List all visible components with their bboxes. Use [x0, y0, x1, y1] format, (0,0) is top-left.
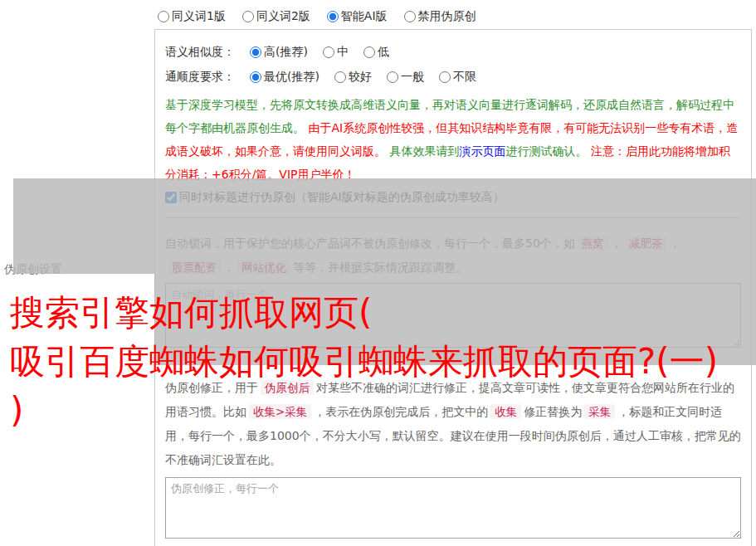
radio-smart-ai-label: 智能AI版 [341, 9, 388, 24]
radio-fluency-normal-input[interactable] [387, 71, 398, 83]
radio-fluency-best-label: 最优(推荐) [264, 70, 319, 85]
title-pseudo-checkbox-input[interactable] [165, 192, 177, 203]
settings-content: 同义词1版 同义词2版 智能AI版 禁用伪原创 语义相似度： [154, 0, 752, 546]
radio-similarity-mid-input[interactable] [323, 46, 334, 58]
corrections-text-4: 修正替换为 [524, 405, 582, 418]
corrections-text-1: 伪原创修正，用于 [165, 381, 258, 394]
similarity-label: 语义相似度： [165, 45, 235, 60]
radio-synonym-v2[interactable]: 同义词2版 [242, 9, 310, 24]
lock-words-comma-2: ， [669, 236, 680, 250]
keyword-tag: 股票配资 [168, 260, 221, 275]
radio-fluency-good-label: 较好 [349, 70, 372, 85]
radio-similarity-high-label: 高(推荐) [264, 45, 308, 60]
radio-similarity-mid-label: 中 [337, 45, 349, 60]
radio-smart-ai-input[interactable] [327, 11, 339, 22]
fluency-row: 通顺度要求： 最优(推荐) 较好 一般 不限 [165, 65, 741, 90]
keyword-tag: 收集 [490, 404, 521, 419]
corrections-text-3: ，表示在伪原创完成后，把文中的 [314, 405, 488, 418]
radio-synonym-v1-input[interactable] [158, 11, 169, 22]
radio-disable-pseudo[interactable]: 禁用伪原创 [404, 9, 476, 24]
radio-similarity-high-input[interactable] [250, 46, 261, 58]
corrections-textarea[interactable] [165, 477, 741, 539]
title-pseudo-row: 同时对标题进行伪原创（智能AI版对标题的伪原创成功率较高） [165, 188, 741, 207]
radio-fluency-any[interactable]: 不限 [439, 70, 476, 85]
radio-similarity-mid[interactable]: 中 [323, 45, 349, 60]
ai-desc-green-3: 进行测试确认。 [505, 144, 587, 158]
lock-words-text-2: 等等，并根据实际情况跟踪调整。 [293, 261, 467, 274]
fluency-label: 通顺度要求： [165, 70, 235, 85]
radio-synonym-v2-label: 同义词2版 [256, 9, 310, 24]
radio-fluency-any-input[interactable] [439, 71, 451, 83]
radio-disable-pseudo-label: 禁用伪原创 [418, 9, 476, 24]
similarity-row: 语义相似度： 高(推荐) 中 低 [165, 40, 741, 65]
keyword-tag: 伪原创后 [261, 380, 314, 395]
radio-synonym-v1-label: 同义词1版 [172, 9, 226, 24]
keyword-tag: 收集>采集 [249, 404, 311, 419]
radio-fluency-any-label: 不限 [453, 70, 476, 85]
radio-disable-pseudo-input[interactable] [404, 11, 416, 22]
radio-synonym-v2-input[interactable] [242, 11, 254, 22]
ai-description: 基于深度学习模型，先将原文转换成高维语义向量，再对语义向量进行逐词解码，还原成自… [165, 93, 741, 186]
radio-fluency-best-input[interactable] [250, 71, 261, 83]
lock-words-comma-3: ， [223, 261, 235, 274]
ai-desc-green-2: 具体效果请到 [386, 144, 459, 158]
radio-fluency-good-input[interactable] [334, 71, 346, 83]
corrections-description: 伪原创修正，用于伪原创后对某些不准确的词汇进行修正，提高文章可读性，使文章更符合… [165, 376, 741, 472]
radio-similarity-high[interactable]: 高(推荐) [250, 45, 308, 60]
demo-page-link[interactable]: 演示页面 [459, 144, 505, 158]
radio-fluency-best[interactable]: 最优(推荐) [250, 70, 319, 85]
radio-synonym-v1[interactable]: 同义词1版 [158, 9, 226, 24]
row-label-pseudo-original-settings: 伪原创设置 [4, 262, 62, 277]
keyword-tag: 网站优化 [237, 260, 290, 275]
keyword-tag: 减肥茶 [625, 236, 667, 251]
section-divider [165, 217, 741, 218]
keyword-tag: 采集 [584, 404, 615, 419]
ai-settings-panel: 语义相似度： 高(推荐) 中 低 通顺度要求： [154, 29, 752, 546]
lock-words-comma-1: ， [611, 236, 622, 250]
pseudo-original-settings-form: 伪原创设置 同义词1版 同义词2版 智能AI版 禁用伪原创 [0, 0, 756, 546]
radio-fluency-normal[interactable]: 一般 [387, 70, 424, 85]
keyword-tag: 燕窝 [578, 236, 608, 251]
title-pseudo-checkbox-label: 同时对标题进行伪原创（智能AI版对标题的伪原创成功率较高） [179, 190, 505, 205]
mode-radio-row: 同义词1版 同义词2版 智能AI版 禁用伪原创 [154, 0, 752, 27]
lock-words-textarea[interactable] [165, 283, 741, 348]
radio-fluency-normal-label: 一般 [401, 70, 424, 85]
radio-fluency-good[interactable]: 较好 [334, 70, 372, 85]
radio-similarity-low[interactable]: 低 [363, 45, 389, 60]
lock-words-text-1: 自动锁词，用于保护您的核心产品词不被伪原创修改，每行一个，最多50个，如 [165, 236, 575, 250]
radio-similarity-low-label: 低 [378, 45, 389, 60]
radio-similarity-low-input[interactable] [363, 46, 375, 58]
radio-smart-ai[interactable]: 智能AI版 [327, 9, 388, 24]
lock-words-description: 自动锁词，用于保护您的核心产品词不被伪原创修改，每行一个，最多50个，如燕窝，减… [165, 232, 741, 280]
title-pseudo-checkbox[interactable]: 同时对标题进行伪原创（智能AI版对标题的伪原创成功率较高） [165, 190, 505, 205]
